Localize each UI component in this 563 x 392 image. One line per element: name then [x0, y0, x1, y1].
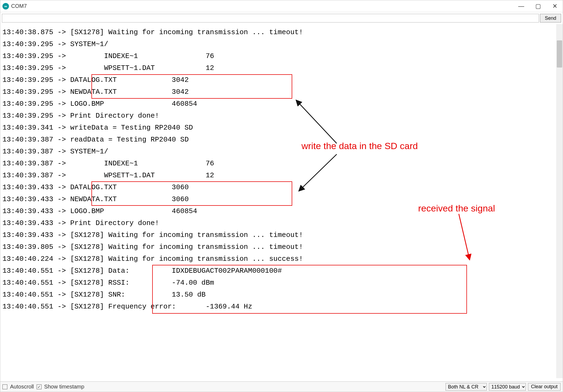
console-text: 13:40:38.875 -> [SX1278] Waiting for inc… [0, 24, 556, 378]
serial-monitor-window: ∞ COM7 — ▢ ✕ Send 13:40:38.875 -> [SX127… [0, 0, 563, 392]
scrollbar-thumb[interactable] [557, 40, 562, 68]
show-timestamp-label: Show timestamp [44, 384, 84, 390]
window-title: COM7 [11, 3, 518, 9]
window-controls: — ▢ ✕ [518, 3, 561, 10]
show-timestamp-checkbox[interactable]: ✓ [37, 384, 42, 389]
autoscroll-checkbox[interactable] [2, 384, 7, 389]
close-icon[interactable]: ✕ [551, 3, 558, 10]
send-row: Send [0, 12, 563, 24]
arduino-app-icon: ∞ [2, 3, 9, 9]
send-button[interactable]: Send [540, 14, 561, 23]
line-ending-select[interactable]: No line endingNewlineCarriage returnBoth… [446, 383, 487, 391]
console-area: 13:40:38.875 -> [SX1278] Waiting for inc… [0, 24, 563, 378]
status-bar: Autoscroll ✓ Show timestamp No line endi… [0, 381, 563, 392]
vertical-scrollbar[interactable] [556, 24, 563, 378]
maximize-icon[interactable]: ▢ [535, 3, 542, 10]
autoscroll-label: Autoscroll [10, 384, 34, 390]
titlebar: ∞ COM7 — ▢ ✕ [0, 0, 563, 12]
serial-input[interactable] [2, 14, 539, 23]
clear-output-button[interactable]: Clear output [528, 383, 561, 391]
minimize-icon[interactable]: — [518, 3, 525, 10]
baud-select[interactable]: 9600 baud57600 baud115200 baud250000 bau… [489, 383, 526, 391]
